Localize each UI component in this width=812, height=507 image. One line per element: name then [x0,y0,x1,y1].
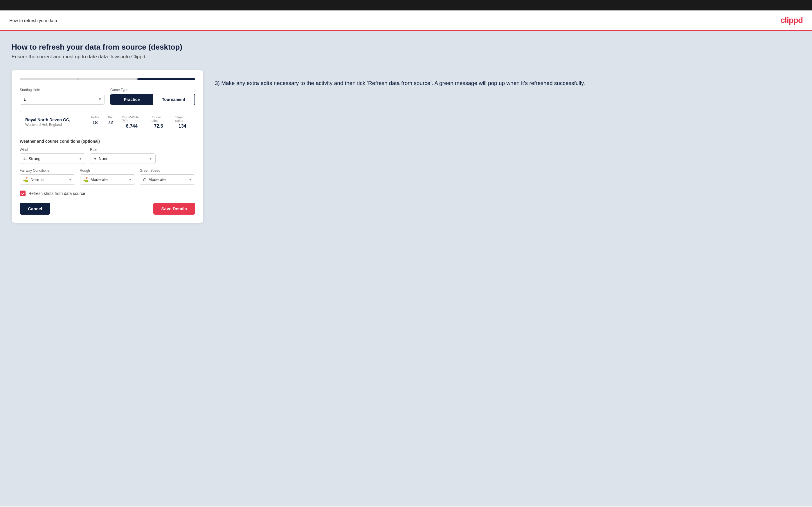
side-instruction: 3) Make any extra edits necessary to the… [215,79,800,87]
stat-holes: Holes 18 [91,115,99,129]
game-type-label: Game Type [110,88,195,92]
green-speed-icon: ⊙ [143,177,147,182]
rain-label: Rain [90,148,156,152]
tab-indicator [20,78,195,80]
course-info-card: Royal North Devon GC, Westward Ho!, Engl… [20,111,195,133]
green-speed-label: Green Speed [140,169,195,173]
form-card: Starting Hole 1 ▼ Game Type Practice Tou… [12,70,203,223]
header: How to refresh your data clippd [0,10,812,31]
slope-rating-label: Slope rating [175,115,190,122]
tab-seg-2 [79,78,137,80]
action-row: Cancel Save Details [20,203,195,215]
page-subheading: Ensure the correct and most up to date d… [12,54,800,60]
stat-slope-rating: Slope rating 134 [175,115,190,129]
wind-select-wrapper: ≋ Strong Light Calm ▼ [20,154,85,164]
fairway-group: Fairway Conditions ⛳ Normal Soft Hard ▼ [20,169,75,185]
rain-select-wrapper: ✦ None Light Heavy ▼ [90,154,156,164]
fairway-select[interactable]: Normal Soft Hard [31,175,72,184]
tournament-button[interactable]: Tournament [153,94,195,105]
fairway-icon: ⛳ [23,177,29,182]
conditions-heading: Weather and course conditions (optional) [20,139,195,144]
course-rating-value: 72.5 [154,123,163,129]
conditions-row-2: Fairway Conditions ⛳ Normal Soft Hard ▼ … [20,169,195,185]
starting-hole-group: Starting Hole 1 ▼ [20,88,104,105]
wind-icon: ≋ [23,156,27,162]
starting-hole-select[interactable]: 1 [20,94,104,105]
form-top-row: Starting Hole 1 ▼ Game Type Practice Tou… [20,88,195,105]
fairway-label: Fairway Conditions [20,169,75,173]
green-speed-select-wrapper: ⊙ Moderate Slow Fast ▼ [140,174,195,185]
stat-course-rating: Course rating 72.5 [150,115,166,129]
rain-select[interactable]: None Light Heavy [99,154,152,164]
rough-group: Rough ⛳ Moderate Light Heavy ▼ [80,169,135,185]
course-location: Westward Ho!, England [25,123,91,127]
course-stats: Holes 18 Par 72 Yards/White (M)) 6,744 C… [91,115,190,129]
rough-select[interactable]: Moderate Light Heavy [91,175,132,184]
conditions-row-1: Wind ≋ Strong Light Calm ▼ Rain ✦ [20,148,195,164]
tab-seg-1 [20,78,78,80]
slope-rating-value: 134 [179,123,186,129]
rough-icon: ⛳ [83,177,89,182]
green-speed-select[interactable]: Moderate Slow Fast [148,175,192,184]
yards-value: 6,744 [126,123,138,129]
logo: clippd [781,16,803,25]
rough-label: Rough [80,169,135,173]
top-bar [0,0,812,10]
tab-seg-3 [137,78,195,80]
wind-select[interactable]: Strong Light Calm [29,154,82,164]
rain-icon: ✦ [93,156,97,162]
course-name-area: Royal North Devon GC, Westward Ho!, Engl… [25,117,91,127]
rough-select-wrapper: ⛳ Moderate Light Heavy ▼ [80,174,135,185]
yards-label: Yards/White (M)) [122,115,142,122]
refresh-checkbox[interactable] [20,190,26,196]
game-type-toggle: Practice Tournament [110,94,195,105]
refresh-checkbox-row: Refresh shots from data source [20,190,195,196]
fairway-select-wrapper: ⛳ Normal Soft Hard ▼ [20,174,75,185]
side-text: 3) Make any extra edits necessary to the… [215,70,800,87]
cancel-button[interactable]: Cancel [20,203,50,215]
practice-button[interactable]: Practice [111,94,153,105]
checkmark-icon [21,192,25,195]
holes-label: Holes [91,115,99,119]
holes-value: 18 [93,120,98,125]
starting-hole-wrapper: 1 ▼ [20,94,104,105]
save-button[interactable]: Save Details [153,203,195,215]
starting-hole-label: Starting Hole [20,88,104,92]
green-speed-group: Green Speed ⊙ Moderate Slow Fast ▼ [140,169,195,185]
content-row: Starting Hole 1 ▼ Game Type Practice Tou… [12,70,800,223]
page-heading: How to refresh your data from source (de… [12,43,800,52]
refresh-checkbox-label: Refresh shots from data source [29,191,85,196]
rain-group: Rain ✦ None Light Heavy ▼ [90,148,156,164]
stat-yards: Yards/White (M)) 6,744 [122,115,142,129]
wind-group: Wind ≋ Strong Light Calm ▼ [20,148,85,164]
game-type-group: Game Type Practice Tournament [110,88,195,105]
wind-label: Wind [20,148,85,152]
stat-par: Par 72 [108,115,113,129]
par-value: 72 [108,120,113,125]
course-rating-label: Course rating [150,115,166,122]
par-label: Par [108,115,113,119]
header-title: How to refresh your data [9,18,57,23]
course-name: Royal North Devon GC, [25,117,91,122]
placeholder-group [160,148,195,164]
main-content: How to refresh your data from source (de… [0,31,812,506]
